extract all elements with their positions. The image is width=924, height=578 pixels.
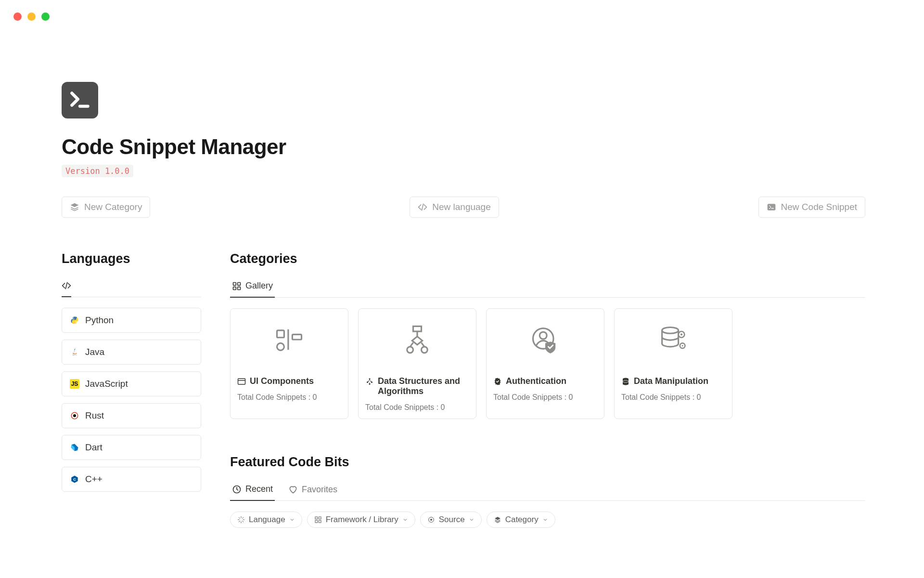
filter-language[interactable]: Language (230, 512, 302, 528)
svg-point-1 (73, 317, 74, 318)
filter-label: Framework / Library (326, 515, 398, 525)
languages-code-tab[interactable] (62, 276, 71, 297)
action-row: New Category New language New Code Snipp… (62, 197, 865, 218)
dart-icon (70, 443, 79, 452)
svg-point-17 (407, 347, 413, 353)
grid-icon (314, 516, 322, 524)
svg-point-22 (369, 378, 371, 380)
svg-point-41 (430, 519, 432, 521)
svg-rect-14 (238, 379, 245, 384)
svg-rect-7 (238, 282, 241, 285)
language-item-python[interactable]: Python (62, 308, 201, 333)
language-label: C++ (85, 474, 103, 485)
tab-favorites[interactable]: Favorites (286, 479, 339, 500)
svg-rect-39 (319, 520, 321, 523)
layers-icon (494, 516, 501, 524)
clock-icon (232, 485, 242, 494)
gallery-icon (232, 281, 242, 291)
tab-gallery[interactable]: Gallery (230, 276, 275, 298)
card-thumbnail (231, 309, 348, 370)
svg-text:C: C (73, 477, 76, 482)
new-category-button[interactable]: New Category (62, 197, 150, 218)
language-label: JavaScript (85, 379, 128, 389)
user-shield-icon (529, 323, 562, 356)
card-title: Data Structures and Algorithms (378, 376, 469, 396)
featured-tab-bar: Recent Favorites (230, 479, 865, 501)
chevron-down-icon (402, 517, 408, 523)
language-item-dart[interactable]: Dart (62, 435, 201, 460)
card-thumbnail (487, 309, 604, 370)
language-item-cpp[interactable]: C C++ (62, 467, 201, 492)
svg-rect-10 (277, 330, 284, 338)
tab-recent[interactable]: Recent (230, 479, 275, 501)
rust-icon (70, 411, 79, 420)
python-icon (70, 315, 79, 325)
card-subtitle: Total Code Snippets : 0 (237, 393, 341, 402)
languages-tab-bar (62, 276, 201, 297)
filter-source[interactable]: Source (420, 512, 482, 528)
svg-point-28 (662, 328, 679, 334)
svg-rect-11 (292, 334, 301, 340)
category-gallery: UI Components Total Code Snippets : 0 Da… (230, 308, 865, 419)
category-card-ui-components[interactable]: UI Components Total Code Snippets : 0 (230, 308, 348, 419)
svg-rect-8 (233, 287, 236, 289)
svg-rect-9 (238, 287, 241, 289)
terminal-small-icon (767, 202, 776, 212)
code-icon (62, 281, 71, 290)
chevron-down-icon (542, 517, 548, 523)
language-item-java[interactable]: Java (62, 340, 201, 365)
cpp-icon: C (70, 474, 79, 484)
language-item-rust[interactable]: Rust (62, 403, 201, 428)
svg-point-12 (277, 343, 284, 350)
categories-tab-bar: Gallery (230, 276, 865, 298)
database-gear-icon (657, 323, 690, 356)
page-title: Code Snippet Manager (62, 135, 865, 159)
language-label: Dart (85, 442, 103, 453)
language-label: Python (85, 315, 114, 326)
terminal-icon (68, 88, 92, 112)
card-subtitle: Total Code Snippets : 0 (621, 393, 725, 402)
target-icon (427, 516, 435, 524)
flowchart-icon (401, 323, 434, 356)
language-label: Java (85, 347, 104, 357)
svg-rect-36 (315, 517, 318, 519)
svg-point-32 (682, 345, 683, 346)
card-title: Authentication (506, 376, 566, 386)
language-label: Rust (85, 410, 104, 421)
category-card-dsa[interactable]: Data Structures and Algorithms Total Cod… (358, 308, 476, 419)
tree-icon (365, 377, 374, 386)
new-snippet-button[interactable]: New Code Snippet (758, 197, 865, 218)
filter-label: Source (439, 515, 465, 525)
tab-recent-label: Recent (245, 484, 273, 494)
svg-line-20 (410, 342, 413, 347)
filter-label: Category (505, 515, 539, 525)
svg-rect-37 (319, 517, 321, 519)
minimize-window-button[interactable] (27, 13, 36, 21)
window-icon (237, 377, 246, 386)
tab-gallery-label: Gallery (245, 281, 273, 291)
language-item-javascript[interactable]: JS JavaScript (62, 371, 201, 396)
category-card-authentication[interactable]: Authentication Total Code Snippets : 0 (486, 308, 604, 419)
ui-components-icon (273, 323, 306, 356)
filter-category[interactable]: Category (487, 512, 555, 528)
new-language-label: New language (432, 202, 490, 212)
categories-heading: Categories (230, 251, 865, 266)
svg-point-25 (369, 383, 371, 385)
new-snippet-label: New Code Snippet (781, 202, 857, 212)
svg-rect-0 (767, 204, 775, 210)
new-language-button[interactable]: New language (410, 197, 499, 218)
card-subtitle: Total Code Snippets : 0 (365, 403, 469, 412)
fullscreen-window-button[interactable] (41, 13, 50, 21)
card-thumbnail (615, 309, 732, 370)
filter-framework[interactable]: Framework / Library (307, 512, 415, 528)
category-card-data-manipulation[interactable]: Data Manipulation Total Code Snippets : … (614, 308, 732, 419)
new-category-label: New Category (84, 202, 142, 212)
svg-point-18 (422, 347, 428, 353)
card-title: Data Manipulation (634, 376, 708, 386)
window-traffic-lights (13, 13, 50, 21)
heart-icon (288, 485, 298, 494)
card-thumbnail (359, 309, 476, 370)
svg-line-21 (422, 342, 424, 347)
tab-favorites-label: Favorites (302, 485, 337, 495)
close-window-button[interactable] (13, 13, 22, 21)
